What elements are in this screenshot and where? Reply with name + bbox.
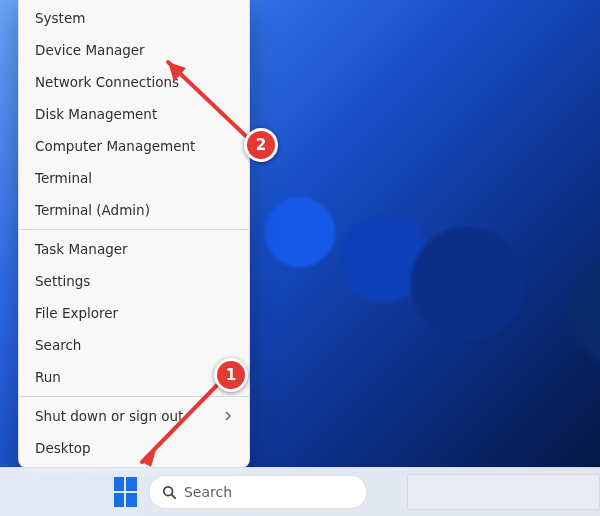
menu-item-terminal[interactable]: Terminal <box>19 162 249 194</box>
menu-item-terminal-admin[interactable]: Terminal (Admin) <box>19 194 249 226</box>
menu-item-label: Disk Management <box>35 106 157 122</box>
menu-item-label: Task Manager <box>35 241 128 257</box>
annotation-badge-1: 1 <box>214 358 248 392</box>
menu-item-device-manager[interactable]: Device Manager <box>19 34 249 66</box>
menu-item-label: Shut down or sign out <box>35 408 183 424</box>
menu-item-file-explorer[interactable]: File Explorer <box>19 297 249 329</box>
chevron-right-icon <box>223 411 233 421</box>
menu-item-label: Network Connections <box>35 74 179 90</box>
menu-item-label: Computer Management <box>35 138 195 154</box>
desktop-wallpaper: SystemDevice ManagerNetwork ConnectionsD… <box>0 0 600 516</box>
taskbar-search[interactable]: Search <box>149 475 367 509</box>
taskbar: Search <box>0 467 600 516</box>
svg-line-3 <box>172 495 176 499</box>
menu-item-label: Device Manager <box>35 42 145 58</box>
taskbar-running-app-thumb[interactable] <box>407 474 600 510</box>
menu-item-label: Desktop <box>35 440 91 456</box>
taskbar-search-placeholder: Search <box>184 484 232 500</box>
menu-item-system[interactable]: System <box>19 2 249 34</box>
menu-item-shut-down-or-sign-out[interactable]: Shut down or sign out <box>19 400 249 432</box>
menu-item-search[interactable]: Search <box>19 329 249 361</box>
menu-item-computer-management[interactable]: Computer Management <box>19 130 249 162</box>
annotation-badge-2: 2 <box>244 128 278 162</box>
menu-item-label: Search <box>35 337 81 353</box>
menu-item-label: System <box>35 10 85 26</box>
start-button[interactable] <box>112 475 139 509</box>
menu-item-label: Terminal (Admin) <box>35 202 150 218</box>
menu-item-label: File Explorer <box>35 305 118 321</box>
menu-item-network-connections[interactable]: Network Connections <box>19 66 249 98</box>
search-icon <box>162 485 176 499</box>
menu-item-label: Settings <box>35 273 90 289</box>
menu-separator <box>19 229 249 230</box>
menu-item-disk-management[interactable]: Disk Management <box>19 98 249 130</box>
menu-item-settings[interactable]: Settings <box>19 265 249 297</box>
winx-power-menu: SystemDevice ManagerNetwork ConnectionsD… <box>18 0 250 469</box>
menu-item-desktop[interactable]: Desktop <box>19 432 249 464</box>
menu-item-task-manager[interactable]: Task Manager <box>19 233 249 265</box>
menu-item-label: Terminal <box>35 170 92 186</box>
menu-item-label: Run <box>35 369 61 385</box>
menu-separator <box>19 396 249 397</box>
